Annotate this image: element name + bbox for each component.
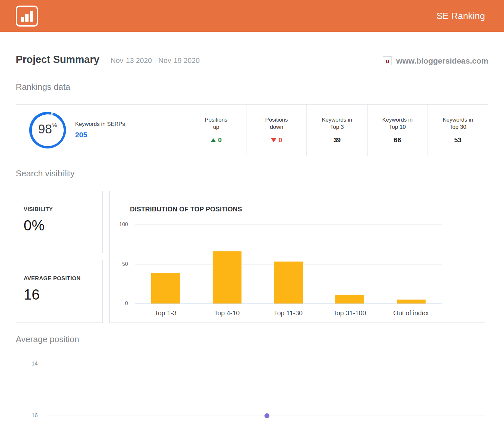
app-header: SE Ranking <box>0 0 504 32</box>
bar-out-of-index <box>397 300 426 303</box>
x-tick-label: Top 11-30 <box>258 309 319 317</box>
data-point <box>264 413 269 418</box>
y-tick-label: 16 <box>0 412 38 419</box>
brand-name: SE Ranking <box>436 11 485 21</box>
positions-up-cell: Positions up 0 <box>186 105 246 156</box>
stat-label: Positions down <box>265 116 288 131</box>
summary-row: Project Summary Nov-13 2020 - Nov-19 202… <box>16 54 488 66</box>
average-position-value: 16 <box>24 286 95 303</box>
stat-value: 66 <box>394 136 401 144</box>
gridline <box>135 225 442 225</box>
project-domain: u www.bloggersideas.com <box>383 56 488 66</box>
logo-bar <box>21 17 24 22</box>
bar-top-11-30 <box>274 262 303 303</box>
site-domain-link[interactable]: www.bloggersideas.com <box>396 56 488 66</box>
arrow-up-icon <box>211 138 216 142</box>
serps-value: 205 <box>75 131 125 139</box>
keywords-top10-cell: Keywords in Top 10 66 <box>367 105 428 156</box>
stat-value: 0 <box>211 136 222 144</box>
stat-value: 53 <box>454 136 461 144</box>
x-axis-line <box>135 303 442 304</box>
site-favicon-icon: u <box>383 56 392 65</box>
stat-label: Keywords in Top 10 <box>382 116 413 131</box>
serps-percent-unit: % <box>52 122 57 128</box>
bar-chart-logo-icon <box>16 6 38 27</box>
date-range: Nov-13 2020 - Nov-19 2020 <box>111 56 200 65</box>
bar-top-1-3 <box>151 273 180 303</box>
visibility-label: VISIBILITY <box>24 206 95 213</box>
average-position-chart: 1416 <box>0 357 504 430</box>
stat-label: Positions up <box>205 116 227 131</box>
x-tick-label: Top 4-10 <box>197 309 258 317</box>
serps-progress-ring: 98% <box>29 112 66 148</box>
logo-bar <box>25 14 28 22</box>
visibility-box: VISIBILITY 0% <box>16 191 103 253</box>
section-title-visibility: Search visibility <box>16 168 74 179</box>
serps-label: Keywords in SERPs <box>75 121 125 127</box>
keywords-in-serps-cell: 98% Keywords in SERPs 205 <box>16 105 186 156</box>
section-title-rankings: Rankings data <box>16 82 70 92</box>
arrow-down-icon <box>271 138 276 142</box>
bar-top-4-10 <box>213 251 242 303</box>
distribution-chart-panel: DISTRIBUTION OF TOP POSITIONS 050100Top … <box>109 191 485 323</box>
positions-down-cell: Positions down 0 <box>246 105 306 156</box>
y-tick-label: 50 <box>110 261 128 267</box>
y-tick-label: 100 <box>110 221 128 227</box>
y-tick-label: 0 <box>110 300 128 306</box>
stat-value: 39 <box>333 136 341 144</box>
stat-label: Keywords in Top 3 <box>322 116 352 131</box>
visibility-value: 0% <box>24 217 95 234</box>
x-tick-label: Top 31-100 <box>319 309 380 317</box>
bar-top-31-100 <box>335 295 364 303</box>
x-tick-label: Top 1-3 <box>135 309 196 317</box>
section-title-average-position: Average position <box>16 334 79 344</box>
stat-label: Keywords in Top 30 <box>443 116 473 131</box>
stat-value: 0 <box>271 136 282 144</box>
average-position-box: AVERAGE POSITION 16 <box>16 260 103 323</box>
serps-percent: 98 <box>38 123 52 135</box>
vertical-gridline <box>267 364 267 430</box>
page-title: Project Summary <box>16 54 99 66</box>
chart-title: DISTRIBUTION OF TOP POSITIONS <box>130 205 242 213</box>
x-tick-label: Out of index <box>381 309 442 317</box>
average-position-label: AVERAGE POSITION <box>24 275 95 282</box>
keywords-top30-cell: Keywords in Top 30 53 <box>428 105 488 156</box>
logo-bar <box>30 11 33 22</box>
rankings-stats-table: 98% Keywords in SERPs 205 Positions up 0… <box>16 104 488 156</box>
keywords-top3-cell: Keywords in Top 3 39 <box>306 105 367 156</box>
y-tick-label: 14 <box>0 361 38 367</box>
